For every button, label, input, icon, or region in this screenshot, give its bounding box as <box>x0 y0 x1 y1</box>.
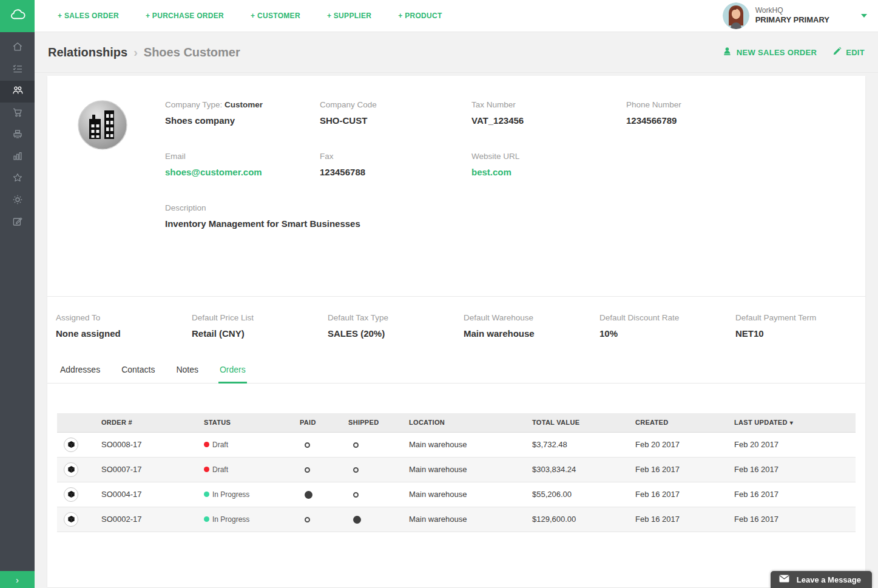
orders-table-wrap: ORDER # STATUS PAID SHIPPED LOCATION TOT… <box>47 384 865 532</box>
website-link[interactable]: best.com <box>471 167 626 177</box>
field-default-warehouse: Default Warehouse Main warehouse <box>464 313 599 339</box>
total-value-cell: $55,206.00 <box>522 482 625 507</box>
field-description: Description Inventory Management for Sma… <box>165 203 853 229</box>
tab-bar: Addresses Contacts Notes Orders <box>47 360 865 384</box>
tab-addresses[interactable]: Addresses <box>59 360 101 384</box>
field-tax-number: Tax Number VAT_123456 <box>471 100 626 126</box>
sidebar-item-notes[interactable] <box>0 212 35 234</box>
sidebar-item-relationships[interactable] <box>0 81 35 103</box>
person-icon <box>723 47 732 58</box>
breadcrumb-relationships[interactable]: Relationships <box>48 46 127 59</box>
breadcrumb-separator-icon: › <box>133 46 138 59</box>
col-order-number[interactable]: ORDER # <box>91 413 194 432</box>
col-status[interactable]: STATUS <box>194 413 289 432</box>
col-total-value[interactable]: TOTAL VALUE <box>522 413 625 432</box>
new-sales-order-button[interactable]: NEW SALES ORDER <box>723 47 817 58</box>
status-dot <box>204 467 209 472</box>
email-link[interactable]: shoes@customer.com <box>165 167 320 177</box>
col-created[interactable]: CREATED <box>625 413 724 432</box>
shipped-indicator <box>353 442 359 448</box>
envelope-icon <box>779 574 789 585</box>
chevron-down-icon[interactable] <box>861 14 867 18</box>
new-purchase-order-link[interactable]: + PURCHASE ORDER <box>146 12 224 20</box>
edit-button[interactable]: EDIT <box>832 47 865 58</box>
status-label: Draft <box>212 465 228 474</box>
sidebar-item-tasks[interactable] <box>0 59 35 81</box>
leave-message-button[interactable]: Leave a Message <box>771 571 872 588</box>
created-cell: Feb 16 2017 <box>625 507 724 532</box>
field-company-type: Company Type: Customer Shoes company <box>165 100 320 126</box>
created-cell: Feb 16 2017 <box>625 482 724 507</box>
table-row[interactable]: SO0008-17 Draft Main warehouse $3,732.48… <box>57 432 856 457</box>
total-value-cell: $3,732.48 <box>522 432 625 457</box>
tab-orders[interactable]: Orders <box>218 360 247 384</box>
chevron-right-icon: › <box>16 575 19 585</box>
package-icon <box>64 487 78 502</box>
location-cell: Main warehouse <box>399 457 522 482</box>
company-details: Company Type: Customer Shoes company Com… <box>47 76 865 296</box>
sidebar-expand-button[interactable]: › <box>0 571 35 588</box>
status-label: In Progress <box>212 490 249 499</box>
order-number: SO0007-17 <box>91 457 194 482</box>
status-label: In Progress <box>212 515 249 524</box>
table-row[interactable]: SO0004-17 In Progress Main warehouse $55… <box>57 482 856 507</box>
app-logo[interactable] <box>0 0 35 32</box>
field-fax: Fax 123456788 <box>320 152 471 177</box>
field-company-code: Company Code SHO-CUST <box>320 100 471 126</box>
user-name: PRIMARY PRIMARY <box>755 15 829 25</box>
pencil-icon <box>832 47 842 58</box>
user-avatar <box>723 2 749 29</box>
field-phone-number: Phone Number 1234566789 <box>626 100 853 126</box>
new-sales-order-link[interactable]: + SALES ORDER <box>58 12 119 20</box>
leave-message-label: Leave a Message <box>797 575 861 584</box>
sidebar-item-sales[interactable] <box>0 103 35 124</box>
package-icon <box>64 438 78 452</box>
page-actions: NEW SALES ORDER EDIT <box>723 47 865 58</box>
star-icon <box>12 172 24 186</box>
tab-notes[interactable]: Notes <box>175 360 200 384</box>
table-row[interactable]: SO0007-17 Draft Main warehouse $303,834.… <box>57 457 856 482</box>
sidebar-item-favorites[interactable] <box>0 168 35 190</box>
cart-icon <box>12 106 24 121</box>
last-updated-cell: Feb 16 2017 <box>724 507 856 532</box>
col-shipped[interactable]: SHIPPED <box>338 413 399 432</box>
user-menu[interactable]: WorkHQ PRIMARY PRIMARY <box>723 2 867 29</box>
relationships-icon <box>12 84 24 99</box>
col-last-updated[interactable]: LAST UPDATED▾ <box>724 413 856 432</box>
tab-contacts[interactable]: Contacts <box>120 360 156 384</box>
sort-desc-icon: ▾ <box>790 419 793 426</box>
total-value-cell: $129,600.00 <box>522 507 625 532</box>
gear-icon <box>12 194 24 208</box>
location-cell: Main warehouse <box>399 432 522 457</box>
field-default-tax-type: Default Tax Type SALES (20%) <box>328 313 464 339</box>
new-supplier-link[interactable]: + SUPPLIER <box>327 12 371 20</box>
order-number: SO0002-17 <box>91 507 194 532</box>
location-cell: Main warehouse <box>399 482 522 507</box>
details-row-3: Description Inventory Management for Sma… <box>165 203 853 229</box>
new-customer-link[interactable]: + CUSTOMER <box>251 12 300 20</box>
company-card: Company Type: Customer Shoes company Com… <box>47 76 865 587</box>
table-row[interactable]: SO0002-17 In Progress Main warehouse $12… <box>57 507 856 532</box>
col-paid[interactable]: PAID <box>289 413 338 432</box>
defaults-section: Assigned To None assigned Default Price … <box>47 296 865 360</box>
sidebar-item-reports[interactable] <box>0 146 35 168</box>
field-assigned-to: Assigned To None assigned <box>56 313 192 339</box>
status-dot <box>204 492 209 497</box>
new-product-link[interactable]: + PRODUCT <box>398 12 442 20</box>
cloud-icon <box>8 8 27 25</box>
paid-indicator <box>305 491 312 499</box>
total-value-cell: $303,834.24 <box>522 457 625 482</box>
machine-icon <box>12 128 24 143</box>
sidebar-item-settings[interactable] <box>0 190 35 212</box>
sidebar-item-home[interactable] <box>0 37 35 59</box>
breadcrumb: Relationships › Shoes Customer NEW SALES… <box>35 32 878 73</box>
orders-table: ORDER # STATUS PAID SHIPPED LOCATION TOT… <box>57 413 856 532</box>
company-logo <box>78 100 127 150</box>
shipped-indicator <box>353 467 359 473</box>
company-type-value: Customer <box>225 100 263 109</box>
created-cell: Feb 16 2017 <box>625 457 724 482</box>
status-label: Draft <box>212 441 228 449</box>
paid-indicator <box>305 517 310 522</box>
sidebar-item-manufacturing[interactable] <box>0 124 35 146</box>
col-location[interactable]: LOCATION <box>399 413 522 432</box>
